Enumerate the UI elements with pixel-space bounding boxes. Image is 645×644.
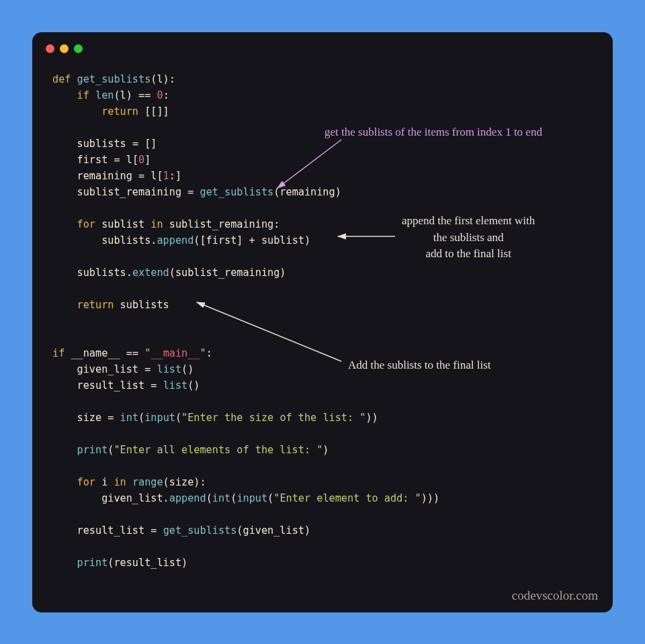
- string-prompt-all: "Enter all elements of the list: ": [114, 444, 322, 456]
- annotation-append-first: append the first element with the sublis…: [402, 213, 535, 263]
- annotation-append-first-line3: add to the final list: [425, 247, 511, 260]
- dunder-main: __main__: [150, 347, 200, 359]
- call-get_sublists: get_sublists: [200, 186, 273, 198]
- annotation-sublists-from-1: get the sublists of the items from index…: [325, 124, 542, 141]
- literal-zero: 0: [157, 89, 163, 101]
- maximize-icon[interactable]: [74, 44, 83, 53]
- keyword-return: return: [77, 299, 120, 311]
- annotation-add-to-final: Add the sublists to the final list: [348, 357, 491, 374]
- string-prompt-element: "Enter element to add: ": [273, 492, 421, 504]
- method-append: append: [157, 234, 194, 246]
- close-icon[interactable]: [46, 44, 54, 53]
- fn-get_sublists: get_sublists: [77, 73, 151, 85]
- annotation-append-first-line2: the sublists and: [433, 231, 504, 244]
- keyword-if: if: [77, 89, 95, 101]
- keyword-def: def: [52, 73, 77, 85]
- keyword-if: if: [52, 347, 71, 359]
- code-block: def get_sublists(l): if len(l) == 0: ret…: [52, 71, 439, 571]
- minimize-icon[interactable]: [60, 44, 69, 53]
- watermark: codevscolor.com: [512, 588, 598, 603]
- keyword-for: for: [77, 218, 102, 230]
- code-editor-window: def get_sublists(l): if len(l) == 0: ret…: [32, 32, 613, 612]
- method-extend: extend: [132, 267, 169, 279]
- window-controls: [46, 44, 83, 53]
- string-prompt-size: "Enter the size of the list: ": [181, 412, 366, 424]
- keyword-return: return: [101, 105, 144, 118]
- builtin-len: len: [95, 89, 114, 101]
- builtin-print: print: [77, 444, 108, 456]
- annotation-append-first-line1: append the first element with: [402, 214, 535, 227]
